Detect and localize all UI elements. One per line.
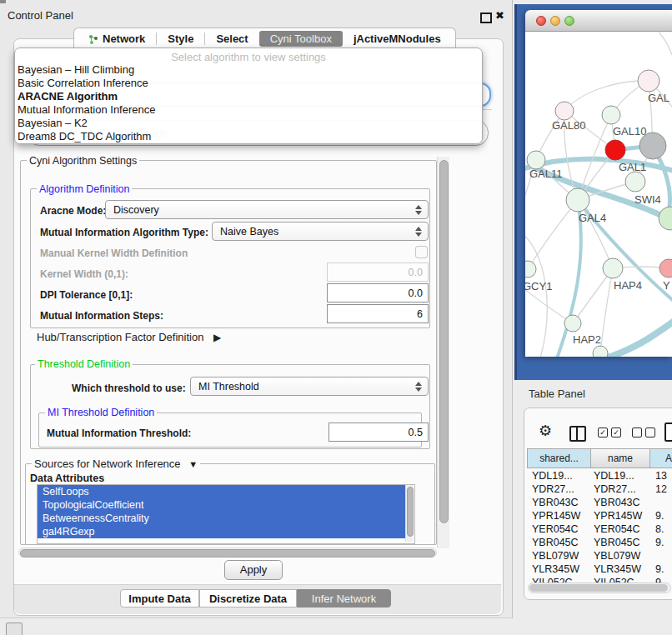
settings-vertical-scrollbar[interactable] bbox=[437, 157, 449, 548]
node-gal10[interactable] bbox=[602, 106, 620, 124]
node-label: GAL1 bbox=[619, 161, 646, 173]
tab-label: jActiveMNodules bbox=[354, 32, 441, 45]
tab-cyni-toolbox[interactable]: Cyni Toolbox bbox=[259, 31, 343, 47]
column-header-name[interactable]: name bbox=[591, 448, 649, 468]
table-cell[interactable]: YLR345W bbox=[532, 563, 579, 575]
node-pink-right[interactable] bbox=[659, 259, 672, 278]
node-bottom[interactable] bbox=[593, 346, 608, 357]
tab-style[interactable]: Style bbox=[157, 31, 204, 47]
table-cell[interactable]: YER054C bbox=[594, 523, 640, 535]
list-item[interactable]: TopologicalCoefficient bbox=[38, 498, 409, 512]
node-red-selected[interactable] bbox=[605, 140, 625, 160]
split-columns-icon[interactable] bbox=[569, 426, 586, 442]
table-cell[interactable]: YBR045C bbox=[532, 537, 579, 548]
settings-horizontal-scrollbar[interactable] bbox=[18, 548, 437, 558]
list-item[interactable]: BetweennessCentrality bbox=[38, 512, 409, 525]
table-cell[interactable]: 9. bbox=[655, 563, 664, 575]
dropdown-item[interactable]: Dream8 DC_TDC Algorithm bbox=[15, 130, 482, 143]
table-cell[interactable]: YPR145W bbox=[594, 510, 642, 522]
list-item[interactable]: SelfLoops bbox=[38, 485, 409, 498]
table-cell[interactable]: 13 bbox=[655, 470, 667, 482]
column-header-shared-name[interactable]: shared... bbox=[527, 448, 591, 468]
dropdown-item[interactable]: Bayesian – Hill Climbing bbox=[15, 63, 482, 77]
manual-kernel-checkbox[interactable] bbox=[415, 246, 428, 258]
scrollbar-thumb[interactable] bbox=[20, 549, 435, 558]
deselect-all-icon[interactable] bbox=[632, 428, 655, 438]
dropdown-item[interactable]: Basic Correlation Inference bbox=[15, 77, 482, 90]
table-cell[interactable]: YDL19... bbox=[532, 470, 573, 482]
table-cell[interactable]: 9 bbox=[655, 577, 661, 582]
table-cell[interactable]: YBR043C bbox=[532, 497, 579, 508]
dropdown-item-aracne[interactable]: ARACNE Algorithm bbox=[15, 90, 482, 103]
table-horizontal-scrollbar[interactable] bbox=[528, 582, 671, 593]
dropdown-item[interactable]: Bayesian – K2 bbox=[15, 117, 482, 130]
scrollbar-thumb[interactable] bbox=[439, 160, 449, 523]
minimize-traffic-light-icon[interactable] bbox=[550, 16, 560, 26]
mi-threshold-field[interactable] bbox=[328, 422, 429, 442]
dropdown-item[interactable]: Mutual Information Inference bbox=[15, 103, 482, 117]
hub-definition-toggle[interactable]: Hub/Transcription Factor Definition ▶ bbox=[37, 331, 221, 343]
node-label: GAL80 bbox=[552, 119, 585, 132]
table-cell[interactable]: YBR045C bbox=[594, 537, 640, 548]
column-header-partial[interactable]: A bbox=[649, 448, 672, 468]
table-cell[interactable]: YER054C bbox=[532, 523, 579, 535]
stepper-arrows-icon bbox=[415, 382, 422, 392]
node-hap2[interactable] bbox=[564, 315, 581, 332]
node-gal11[interactable] bbox=[527, 151, 545, 169]
kernel-width-field[interactable] bbox=[327, 262, 429, 282]
table-cell[interactable]: YBR043C bbox=[594, 497, 640, 508]
node-gal1[interactable] bbox=[625, 172, 645, 192]
float-window-icon[interactable] bbox=[480, 12, 492, 23]
table-cell[interactable]: 9. bbox=[655, 537, 664, 548]
close-icon[interactable]: ✖ bbox=[495, 9, 504, 22]
table-cell[interactable]: YDL19... bbox=[594, 470, 634, 482]
tab-discretize-data[interactable]: Discretize Data bbox=[199, 589, 297, 608]
network-canvas[interactable]: GAL GAL80 GAL10 GAL1 GAL11 SWI4 GAL4 GCY… bbox=[525, 32, 672, 357]
document-icon[interactable] bbox=[664, 422, 672, 442]
table-cell[interactable]: YLR345W bbox=[594, 563, 641, 575]
tab-infer-network[interactable]: Infer Network bbox=[297, 589, 391, 608]
mi-steps-field[interactable] bbox=[327, 304, 429, 323]
node-gal4[interactable] bbox=[566, 188, 589, 212]
partial-button[interactable] bbox=[6, 622, 23, 635]
aracne-mode-combo[interactable]: Discovery bbox=[105, 200, 429, 219]
tab-impute-data[interactable]: Impute Data bbox=[120, 589, 199, 608]
table-cell[interactable]: 12 bbox=[655, 483, 667, 495]
table-cell[interactable]: YBL079W bbox=[594, 550, 640, 562]
select-all-icon[interactable]: ✓✓ bbox=[598, 428, 621, 438]
gear-icon[interactable]: ⚙ bbox=[539, 422, 552, 440]
table-cell[interactable]: YBL079W bbox=[532, 550, 579, 562]
table-cell[interactable]: YDR27... bbox=[594, 483, 636, 495]
table-cell[interactable]: 9. bbox=[655, 510, 664, 522]
apply-button[interactable]: Apply bbox=[224, 560, 283, 580]
scrollbar-thumb[interactable] bbox=[529, 584, 668, 592]
node-gal-top[interactable] bbox=[638, 70, 659, 92]
table-cell[interactable]: YIL052C bbox=[594, 577, 634, 582]
tab-select[interactable]: Select bbox=[205, 31, 258, 47]
node-label: GAL4 bbox=[579, 212, 606, 224]
dpi-tolerance-field[interactable] bbox=[327, 283, 429, 302]
tab-network[interactable]: Network bbox=[78, 31, 156, 47]
table-cell[interactable]: YDR27... bbox=[532, 483, 574, 495]
node-hap4[interactable] bbox=[603, 258, 623, 278]
sources-toggle[interactable]: Sources for Network Inference ▼ bbox=[32, 458, 200, 470]
zoom-traffic-light-icon[interactable] bbox=[564, 16, 574, 26]
network-window-titlebar[interactable] bbox=[525, 10, 672, 32]
mi-type-combo[interactable]: Naive Bayes bbox=[212, 222, 429, 241]
list-item[interactable]: gal4RGexp bbox=[38, 525, 409, 538]
node-gal80[interactable] bbox=[555, 102, 574, 120]
tab-label: Network bbox=[103, 32, 145, 45]
list-scrollbar[interactable] bbox=[405, 485, 414, 542]
which-threshold-combo[interactable]: MI Threshold bbox=[190, 377, 429, 396]
node-label: GCY1 bbox=[525, 280, 552, 292]
table-cell[interactable]: YPR145W bbox=[532, 510, 580, 522]
close-traffic-light-icon[interactable] bbox=[536, 16, 546, 26]
node-gcy1[interactable] bbox=[525, 261, 536, 278]
table-cell[interactable]: 8. bbox=[655, 523, 664, 535]
table-cell[interactable]: YIL052C bbox=[532, 577, 573, 582]
combo-value: MI Threshold bbox=[198, 381, 259, 392]
scrollbar-thumb[interactable] bbox=[407, 487, 414, 537]
tab-jactivemnodules[interactable]: jActiveMNodules bbox=[343, 31, 452, 47]
node-swi4[interactable] bbox=[659, 207, 672, 230]
table-panel-title: Table Panel bbox=[529, 388, 585, 400]
